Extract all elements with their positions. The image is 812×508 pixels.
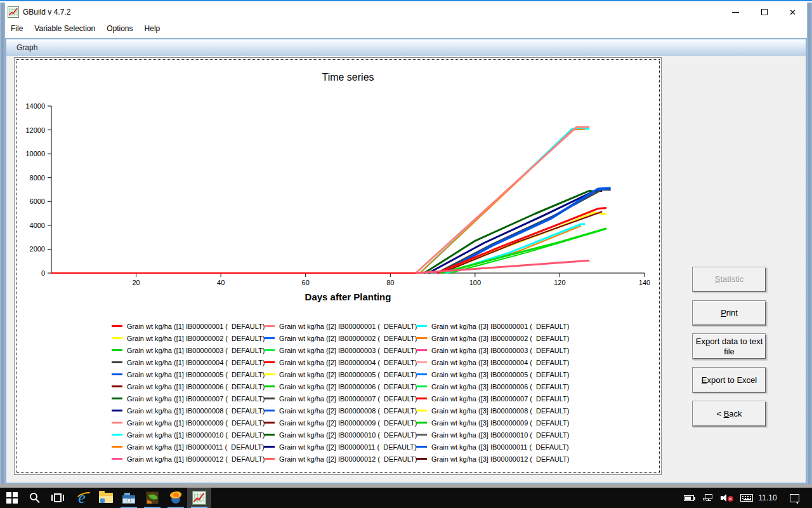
volume-muted-icon: ✕ <box>721 493 732 502</box>
internet-explorer-button[interactable]: e <box>70 488 94 508</box>
legend-item: Grain wt kg/ha ([1] IB00000007 ( DEFAULT… <box>112 392 265 404</box>
legend-label: Grain wt kg/ha ([2] IB00000011 ( DEFAULT… <box>279 443 417 451</box>
legend-swatch <box>416 398 427 399</box>
legend-swatch <box>416 385 427 387</box>
minimize-button[interactable] <box>721 3 750 22</box>
legend-item: Grain wt kg/ha ([2] IB00000008 ( DEFAULT… <box>264 404 417 417</box>
svg-text:6000: 6000 <box>30 197 45 205</box>
fire-globe-app-button[interactable] <box>164 488 188 508</box>
keyboard-tray-button[interactable] <box>736 488 757 508</box>
legend-label: Grain wt kg/ha ([1] IB00000008 ( DEFAULT… <box>127 407 265 415</box>
legend-swatch <box>416 373 427 375</box>
time-series-chart: 0200040006000800010000120001400020406080… <box>15 58 662 318</box>
legend-label: Grain wt kg/ha ([2] IB00000009 ( DEFAULT… <box>279 419 417 427</box>
search-button[interactable] <box>23 488 47 508</box>
export-text-file-button[interactable]: Export data to text file <box>692 333 766 359</box>
legend-label: Grain wt kg/ha ([1] IB00000009 ( DEFAULT… <box>127 419 265 427</box>
file-explorer-button[interactable] <box>94 488 118 508</box>
taskbar: e ✕ <box>0 488 812 508</box>
legend-swatch <box>416 325 427 327</box>
legend-label: Grain wt kg/ha ([3] IB00000002 ( DEFAULT… <box>431 335 569 342</box>
legend-swatch <box>264 349 275 351</box>
legend-label: Grain wt kg/ha ([1] IB00000010 ( DEFAULT… <box>127 431 265 439</box>
legend-swatch <box>112 446 122 448</box>
close-button[interactable]: ✕ <box>778 3 807 22</box>
leaf-app-icon <box>146 491 159 504</box>
legend-swatch <box>112 422 122 424</box>
menu-variable-selection[interactable]: Variable Selection <box>29 22 101 35</box>
legend-label: Grain wt kg/ha ([3] IB00000004 ( DEFAULT… <box>431 359 569 366</box>
legend-label: Grain wt kg/ha ([1] IB00000006 ( DEFAULT… <box>127 383 265 391</box>
legend-swatch <box>112 349 122 351</box>
legend-item: Grain wt kg/ha ([2] IB00000001 ( DEFAULT… <box>264 320 417 332</box>
legend-item: Grain wt kg/ha ([2] IB00000012 ( DEFAULT… <box>264 453 417 465</box>
legend-swatch <box>416 434 427 436</box>
back-button[interactable]: < Back <box>692 401 766 427</box>
legend-swatch <box>264 434 275 436</box>
battery-tray-button[interactable] <box>680 488 698 508</box>
legend-swatch <box>112 410 122 411</box>
start-button[interactable] <box>0 488 24 508</box>
internet-explorer-icon: e <box>78 491 86 505</box>
legend-label: Grain wt kg/ha ([3] IB00000005 ( DEFAULT… <box>431 371 569 378</box>
maximize-button[interactable] <box>750 3 778 22</box>
fire-globe-app-icon <box>169 491 182 504</box>
legend-label: Grain wt kg/ha ([3] IB00000007 ( DEFAULT… <box>431 395 569 403</box>
legend-swatch <box>264 385 275 387</box>
legend-swatch <box>264 410 275 411</box>
network-tray-button[interactable] <box>698 488 717 508</box>
menu-file[interactable]: File <box>5 22 29 35</box>
menu-options[interactable]: Options <box>101 22 138 35</box>
legend-label: Grain wt kg/ha ([2] IB00000002 ( DEFAULT… <box>279 335 417 342</box>
gbuild-app-icon <box>192 491 206 505</box>
svg-text:12000: 12000 <box>25 126 45 134</box>
export-excel-button[interactable]: Export to Excel <box>692 367 766 393</box>
legend-swatch <box>112 458 122 460</box>
legend-label: Grain wt kg/ha ([2] IB00000007 ( DEFAULT… <box>279 395 417 403</box>
legend-item: Grain wt kg/ha ([1] IB00000008 ( DEFAULT… <box>112 404 265 417</box>
statistic-button: Statistic <box>692 267 766 292</box>
legend-label: Grain wt kg/ha ([2] IB00000001 ( DEFAULT… <box>279 323 417 330</box>
legend-item: Grain wt kg/ha ([1] IB00000006 ( DEFAULT… <box>112 380 265 392</box>
legend-item: Grain wt kg/ha ([1] IB00000012 ( DEFAULT… <box>112 453 265 465</box>
legend-item: Grain wt kg/ha ([3] IB00000012 ( DEFAULT… <box>416 453 569 465</box>
legend-item: Grain wt kg/ha ([3] IB00000009 ( DEFAULT… <box>416 417 569 429</box>
legend-label: Grain wt kg/ha ([1] IB00000004 ( DEFAULT… <box>127 359 265 366</box>
gbuild-chart-icon <box>8 6 19 18</box>
legend-swatch <box>264 458 275 460</box>
task-view-icon <box>51 493 64 502</box>
legend-item: Grain wt kg/ha ([1] IB00000003 ( DEFAULT… <box>112 344 265 356</box>
gbuild-app-button[interactable] <box>187 488 211 508</box>
clock[interactable]: 11.10 <box>755 488 780 508</box>
toolbox-app-icon <box>122 493 135 504</box>
legend-label: Grain wt kg/ha ([1] IB00000011 ( DEFAULT… <box>127 443 265 451</box>
volume-tray-button[interactable]: ✕ <box>717 488 736 508</box>
menu-help[interactable]: Help <box>139 22 166 35</box>
svg-text:100: 100 <box>469 279 481 286</box>
legend-swatch <box>264 337 275 339</box>
print-button[interactable]: Print <box>692 300 766 326</box>
legend-label: Grain wt kg/ha ([3] IB00000006 ( DEFAULT… <box>431 383 569 391</box>
legend-item: Grain wt kg/ha ([2] IB00000007 ( DEFAULT… <box>264 392 417 404</box>
search-icon <box>30 493 40 503</box>
legend-column-2: Grain wt kg/ha ([2] IB00000001 ( DEFAULT… <box>264 320 417 465</box>
task-view-button[interactable] <box>46 488 70 508</box>
legend-swatch <box>112 337 122 339</box>
action-center-button[interactable] <box>784 488 804 508</box>
legend-swatch <box>112 325 122 327</box>
svg-text:2000: 2000 <box>30 245 45 253</box>
legend-item: Grain wt kg/ha ([1] IB00000011 ( DEFAULT… <box>112 441 265 453</box>
svg-text:140: 140 <box>639 279 650 286</box>
svg-text:80: 80 <box>386 279 394 286</box>
legend-item: Grain wt kg/ha ([3] IB00000003 ( DEFAULT… <box>416 344 569 356</box>
legend-item: Grain wt kg/ha ([3] IB00000001 ( DEFAULT… <box>416 320 569 332</box>
legend-swatch <box>112 373 122 375</box>
chart-x-axis-label: Days after Planting <box>51 291 645 302</box>
toolbox-app-button[interactable] <box>117 488 141 508</box>
legend-item: Grain wt kg/ha ([2] IB00000011 ( DEFAULT… <box>264 441 417 453</box>
titlebar: GBuild v 4.7.2 ✕ <box>5 3 807 22</box>
leaf-app-button[interactable] <box>140 488 164 508</box>
legend-label: Grain wt kg/ha ([3] IB00000001 ( DEFAULT… <box>431 323 569 330</box>
legend-item: Grain wt kg/ha ([3] IB00000010 ( DEFAULT… <box>416 429 569 441</box>
svg-text:4000: 4000 <box>30 222 45 229</box>
